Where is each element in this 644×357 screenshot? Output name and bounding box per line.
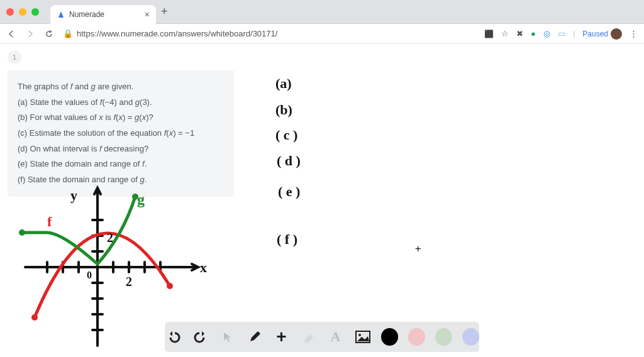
lock-icon: 🔒 (63, 29, 73, 38)
tab-title: Numerade (69, 10, 104, 19)
color-blue[interactable] (462, 328, 479, 346)
svg-point-2 (167, 283, 173, 289)
label-f: f (47, 214, 52, 229)
reload-icon[interactable] (44, 29, 54, 39)
tick-x-2: 2 (126, 275, 132, 288)
crosshair-cursor-icon: + (415, 243, 421, 255)
undo-button[interactable] (165, 328, 182, 346)
browser-tab[interactable]: Numerade × (50, 5, 156, 24)
avatar-icon (611, 28, 622, 40)
whiteboard-toolbar: + A (165, 322, 479, 352)
tick-y-2: 2 (107, 231, 113, 244)
origin-label: 0 (87, 270, 92, 280)
site-favicon-icon (57, 10, 65, 19)
text-tool[interactable]: A (327, 328, 344, 346)
url-display[interactable]: 🔒 https://www.numerade.com/answers/white… (63, 29, 475, 38)
redo-button[interactable] (192, 328, 209, 346)
menu-icon[interactable]: ⋮ (630, 29, 638, 38)
hw-a: (a) (275, 75, 292, 92)
add-tool[interactable]: + (273, 328, 290, 346)
whiteboard-content: 1 The graphs of f and g are given. (a) S… (0, 44, 644, 357)
new-tab-icon[interactable]: + (161, 5, 168, 18)
hw-c: ( c ) (275, 127, 297, 143)
minimize-window-icon[interactable] (19, 8, 26, 16)
forward-icon[interactable] (25, 29, 35, 39)
curve-g (22, 197, 135, 264)
svg-marker-0 (58, 11, 64, 18)
url-text: https://www.numerade.com/answers/whitebo… (77, 29, 277, 38)
color-pink[interactable] (408, 328, 425, 346)
cast-icon[interactable]: ⬛ (484, 30, 494, 38)
window-controls (6, 8, 39, 16)
color-green[interactable] (435, 328, 452, 346)
svg-point-1 (31, 314, 38, 321)
pen-tool[interactable] (246, 328, 263, 346)
axis-x-label: x (200, 260, 207, 275)
eraser-tool[interactable] (300, 328, 317, 346)
profile-paused[interactable]: Paused (582, 28, 622, 40)
pointer-tool[interactable] (219, 328, 236, 346)
svg-point-6 (358, 334, 361, 336)
hw-e: ( e ) (278, 184, 300, 200)
image-tool[interactable] (354, 328, 371, 346)
color-black[interactable] (381, 328, 398, 346)
hw-f: ( f ) (277, 231, 297, 248)
extension-icon-4[interactable]: ▭ (558, 29, 565, 38)
close-tab-icon[interactable]: × (145, 9, 150, 19)
axis-y-label: y (70, 187, 77, 203)
address-bar: 🔒 https://www.numerade.com/answers/white… (0, 24, 644, 44)
hw-d: ( d ) (277, 153, 301, 169)
back-icon[interactable] (6, 29, 16, 39)
label-g: g (137, 191, 145, 207)
hw-b: (b) (275, 102, 292, 118)
curve-f (35, 233, 170, 317)
maximize-window-icon[interactable] (31, 8, 39, 16)
extension-icon-3[interactable]: ◎ (543, 29, 550, 38)
title-bar: Numerade × + (0, 0, 644, 24)
extension-icon-1[interactable]: ✖ (516, 29, 523, 38)
close-window-icon[interactable] (6, 8, 14, 16)
browser-actions: ⬛ ☆ ✖ ● ◎ ▭ | Paused ⋮ (484, 28, 638, 40)
bookmark-icon[interactable]: ☆ (501, 29, 509, 38)
svg-point-3 (19, 229, 25, 236)
paused-label: Paused (582, 30, 608, 38)
extension-icon-2[interactable]: ● (531, 29, 536, 38)
whiteboard-canvas[interactable]: y x f g 2 2 0 (0, 44, 644, 357)
